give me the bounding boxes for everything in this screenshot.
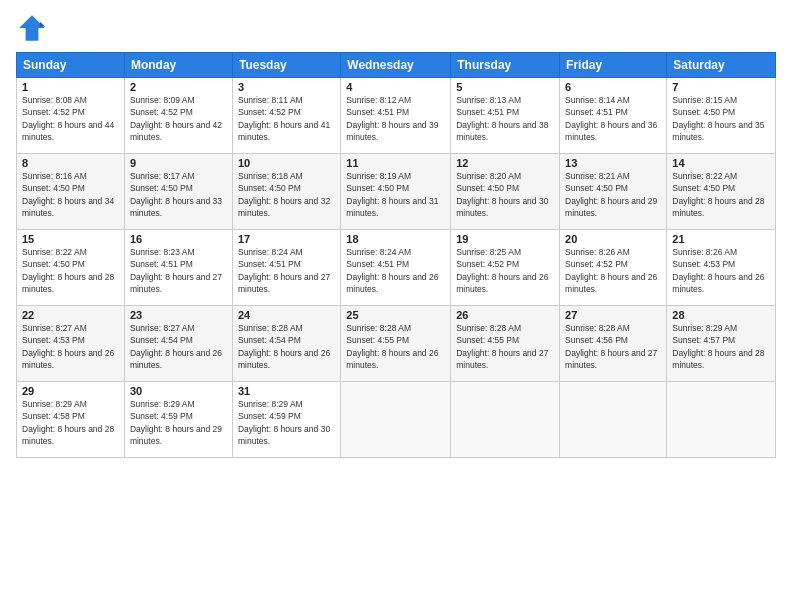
calendar-day-cell: 30 Sunrise: 8:29 AM Sunset: 4:59 PM Dayl…	[124, 382, 232, 458]
day-info: Sunrise: 8:22 AM Sunset: 4:50 PM Dayligh…	[22, 246, 119, 295]
day-info: Sunrise: 8:26 AM Sunset: 4:52 PM Dayligh…	[565, 246, 661, 295]
day-info: Sunrise: 8:18 AM Sunset: 4:50 PM Dayligh…	[238, 170, 335, 219]
weekday-header: Monday	[124, 53, 232, 78]
logo	[16, 12, 52, 44]
day-info: Sunrise: 8:20 AM Sunset: 4:50 PM Dayligh…	[456, 170, 554, 219]
weekday-header: Saturday	[667, 53, 776, 78]
day-number: 3	[238, 81, 335, 93]
day-number: 27	[565, 309, 661, 321]
calendar-day-cell: 25 Sunrise: 8:28 AM Sunset: 4:55 PM Dayl…	[341, 306, 451, 382]
day-info: Sunrise: 8:28 AM Sunset: 4:55 PM Dayligh…	[346, 322, 445, 371]
calendar-day-cell: 29 Sunrise: 8:29 AM Sunset: 4:58 PM Dayl…	[17, 382, 125, 458]
calendar-header-row: SundayMondayTuesdayWednesdayThursdayFrid…	[17, 53, 776, 78]
calendar-day-cell: 15 Sunrise: 8:22 AM Sunset: 4:50 PM Dayl…	[17, 230, 125, 306]
calendar-day-cell: 23 Sunrise: 8:27 AM Sunset: 4:54 PM Dayl…	[124, 306, 232, 382]
day-info: Sunrise: 8:14 AM Sunset: 4:51 PM Dayligh…	[565, 94, 661, 143]
day-info: Sunrise: 8:22 AM Sunset: 4:50 PM Dayligh…	[672, 170, 770, 219]
day-number: 18	[346, 233, 445, 245]
calendar-day-cell: 8 Sunrise: 8:16 AM Sunset: 4:50 PM Dayli…	[17, 154, 125, 230]
weekday-header: Thursday	[451, 53, 560, 78]
calendar-day-cell: 11 Sunrise: 8:19 AM Sunset: 4:50 PM Dayl…	[341, 154, 451, 230]
day-number: 2	[130, 81, 227, 93]
calendar-day-cell: 22 Sunrise: 8:27 AM Sunset: 4:53 PM Dayl…	[17, 306, 125, 382]
day-info: Sunrise: 8:24 AM Sunset: 4:51 PM Dayligh…	[346, 246, 445, 295]
calendar-day-cell: 24 Sunrise: 8:28 AM Sunset: 4:54 PM Dayl…	[232, 306, 340, 382]
day-number: 9	[130, 157, 227, 169]
calendar-day-cell: 28 Sunrise: 8:29 AM Sunset: 4:57 PM Dayl…	[667, 306, 776, 382]
day-info: Sunrise: 8:27 AM Sunset: 4:54 PM Dayligh…	[130, 322, 227, 371]
day-number: 11	[346, 157, 445, 169]
calendar-day-cell: 1 Sunrise: 8:08 AM Sunset: 4:52 PM Dayli…	[17, 78, 125, 154]
calendar-day-cell: 19 Sunrise: 8:25 AM Sunset: 4:52 PM Dayl…	[451, 230, 560, 306]
calendar-day-cell: 16 Sunrise: 8:23 AM Sunset: 4:51 PM Dayl…	[124, 230, 232, 306]
day-info: Sunrise: 8:23 AM Sunset: 4:51 PM Dayligh…	[130, 246, 227, 295]
day-number: 7	[672, 81, 770, 93]
day-number: 22	[22, 309, 119, 321]
day-number: 1	[22, 81, 119, 93]
day-number: 21	[672, 233, 770, 245]
calendar-day-cell: 4 Sunrise: 8:12 AM Sunset: 4:51 PM Dayli…	[341, 78, 451, 154]
day-info: Sunrise: 8:12 AM Sunset: 4:51 PM Dayligh…	[346, 94, 445, 143]
calendar-day-cell: 13 Sunrise: 8:21 AM Sunset: 4:50 PM Dayl…	[560, 154, 667, 230]
day-info: Sunrise: 8:29 AM Sunset: 4:58 PM Dayligh…	[22, 398, 119, 447]
calendar-week-row: 1 Sunrise: 8:08 AM Sunset: 4:52 PM Dayli…	[17, 78, 776, 154]
calendar-day-cell: 27 Sunrise: 8:28 AM Sunset: 4:56 PM Dayl…	[560, 306, 667, 382]
day-number: 12	[456, 157, 554, 169]
calendar-week-row: 29 Sunrise: 8:29 AM Sunset: 4:58 PM Dayl…	[17, 382, 776, 458]
day-info: Sunrise: 8:09 AM Sunset: 4:52 PM Dayligh…	[130, 94, 227, 143]
svg-marker-0	[19, 15, 45, 41]
day-info: Sunrise: 8:29 AM Sunset: 4:57 PM Dayligh…	[672, 322, 770, 371]
day-info: Sunrise: 8:28 AM Sunset: 4:56 PM Dayligh…	[565, 322, 661, 371]
calendar-day-cell	[560, 382, 667, 458]
page: SundayMondayTuesdayWednesdayThursdayFrid…	[0, 0, 792, 612]
day-number: 17	[238, 233, 335, 245]
calendar-day-cell: 12 Sunrise: 8:20 AM Sunset: 4:50 PM Dayl…	[451, 154, 560, 230]
day-info: Sunrise: 8:25 AM Sunset: 4:52 PM Dayligh…	[456, 246, 554, 295]
day-number: 10	[238, 157, 335, 169]
day-number: 23	[130, 309, 227, 321]
day-info: Sunrise: 8:26 AM Sunset: 4:53 PM Dayligh…	[672, 246, 770, 295]
day-number: 5	[456, 81, 554, 93]
weekday-header: Sunday	[17, 53, 125, 78]
calendar-day-cell: 14 Sunrise: 8:22 AM Sunset: 4:50 PM Dayl…	[667, 154, 776, 230]
weekday-header: Tuesday	[232, 53, 340, 78]
day-number: 26	[456, 309, 554, 321]
calendar-day-cell: 9 Sunrise: 8:17 AM Sunset: 4:50 PM Dayli…	[124, 154, 232, 230]
header	[16, 12, 776, 44]
day-number: 19	[456, 233, 554, 245]
calendar-day-cell	[341, 382, 451, 458]
calendar-week-row: 22 Sunrise: 8:27 AM Sunset: 4:53 PM Dayl…	[17, 306, 776, 382]
calendar-day-cell: 31 Sunrise: 8:29 AM Sunset: 4:59 PM Dayl…	[232, 382, 340, 458]
calendar-table: SundayMondayTuesdayWednesdayThursdayFrid…	[16, 52, 776, 458]
calendar-day-cell: 6 Sunrise: 8:14 AM Sunset: 4:51 PM Dayli…	[560, 78, 667, 154]
day-number: 31	[238, 385, 335, 397]
day-info: Sunrise: 8:15 AM Sunset: 4:50 PM Dayligh…	[672, 94, 770, 143]
calendar-day-cell: 21 Sunrise: 8:26 AM Sunset: 4:53 PM Dayl…	[667, 230, 776, 306]
calendar-day-cell: 20 Sunrise: 8:26 AM Sunset: 4:52 PM Dayl…	[560, 230, 667, 306]
day-info: Sunrise: 8:16 AM Sunset: 4:50 PM Dayligh…	[22, 170, 119, 219]
calendar-week-row: 15 Sunrise: 8:22 AM Sunset: 4:50 PM Dayl…	[17, 230, 776, 306]
day-number: 14	[672, 157, 770, 169]
calendar-day-cell: 18 Sunrise: 8:24 AM Sunset: 4:51 PM Dayl…	[341, 230, 451, 306]
day-info: Sunrise: 8:11 AM Sunset: 4:52 PM Dayligh…	[238, 94, 335, 143]
day-info: Sunrise: 8:17 AM Sunset: 4:50 PM Dayligh…	[130, 170, 227, 219]
logo-icon	[16, 12, 48, 44]
day-number: 6	[565, 81, 661, 93]
calendar-day-cell	[667, 382, 776, 458]
calendar-week-row: 8 Sunrise: 8:16 AM Sunset: 4:50 PM Dayli…	[17, 154, 776, 230]
day-info: Sunrise: 8:29 AM Sunset: 4:59 PM Dayligh…	[130, 398, 227, 447]
calendar-day-cell	[451, 382, 560, 458]
day-number: 30	[130, 385, 227, 397]
day-info: Sunrise: 8:27 AM Sunset: 4:53 PM Dayligh…	[22, 322, 119, 371]
day-number: 13	[565, 157, 661, 169]
day-info: Sunrise: 8:13 AM Sunset: 4:51 PM Dayligh…	[456, 94, 554, 143]
day-info: Sunrise: 8:29 AM Sunset: 4:59 PM Dayligh…	[238, 398, 335, 447]
day-info: Sunrise: 8:08 AM Sunset: 4:52 PM Dayligh…	[22, 94, 119, 143]
calendar-day-cell: 2 Sunrise: 8:09 AM Sunset: 4:52 PM Dayli…	[124, 78, 232, 154]
day-info: Sunrise: 8:28 AM Sunset: 4:54 PM Dayligh…	[238, 322, 335, 371]
day-number: 25	[346, 309, 445, 321]
calendar-day-cell: 17 Sunrise: 8:24 AM Sunset: 4:51 PM Dayl…	[232, 230, 340, 306]
calendar-day-cell: 10 Sunrise: 8:18 AM Sunset: 4:50 PM Dayl…	[232, 154, 340, 230]
day-info: Sunrise: 8:28 AM Sunset: 4:55 PM Dayligh…	[456, 322, 554, 371]
day-number: 20	[565, 233, 661, 245]
